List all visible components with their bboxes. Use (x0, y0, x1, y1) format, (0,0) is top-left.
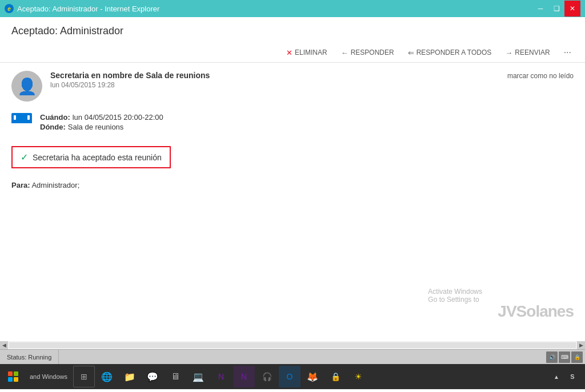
taskbar-browser-button[interactable]: 🌐 (96, 366, 118, 387)
sender-info: Secretaria en nombre de Sala de reunions… (50, 71, 499, 89)
mark-unread-button[interactable]: marcar como no leído (507, 72, 574, 80)
scrollbar-track[interactable] (9, 342, 576, 348)
email-meta: 👤 Secretaria en nombre de Sala de reunio… (0, 63, 585, 107)
donde-label: Dónde: (40, 123, 66, 131)
taskbar-onenote-button[interactable]: N (210, 366, 232, 387)
recipients: Para: Administrador; (0, 175, 585, 195)
calendar-icon (11, 113, 32, 134)
eliminar-icon: ✕ (286, 49, 292, 57)
svg-rect-5 (27, 115, 30, 120)
email-container: Aceptado: Administrador ✕ ELIMINAR ← RES… (0, 17, 585, 349)
taskbar-lock-button[interactable]: 🔒 (324, 366, 346, 387)
meeting-cuando-row: Cuándo: lun 04/05/2015 20:00-22:00 (40, 113, 163, 122)
taskbar-onenote2-button[interactable]: N (233, 366, 255, 387)
activate-windows-text: Activate Windows Go to Settings to (428, 288, 482, 304)
cuando-label: Cuándo: (40, 113, 70, 122)
taskbar-text: and Windows (25, 371, 72, 382)
taskbar-sun-button[interactable]: ☀ (347, 366, 369, 387)
accept-message: Secretaria ha aceptado esta reunión (33, 153, 162, 162)
meeting-donde-row: Dónde: Sala de reunions (40, 123, 163, 131)
taskbar-rdp-button[interactable]: 🖥 (165, 366, 186, 387)
sender-time: lun 04/05/2015 19:28 (50, 81, 499, 89)
close-button[interactable]: ✕ (564, 1, 580, 17)
para-value: Administrador; (31, 181, 79, 189)
watermark: JVSolanes (498, 302, 574, 321)
taskbar-headset-button[interactable]: 🎧 (256, 366, 278, 387)
taskbar-right: ▲ S (550, 366, 583, 387)
ie-icon: e (5, 4, 14, 13)
title-bar-title: Aceptado: Administrador - Internet Explo… (17, 5, 159, 13)
responder-todos-button[interactable]: ⇐ RESPONDER A TODOS (406, 47, 494, 58)
responder-todos-label: RESPONDER A TODOS (416, 49, 492, 56)
meeting-details: Cuándo: lun 04/05/2015 20:00-22:00 Dónde… (0, 107, 585, 139)
taskbar: and Windows ⊞ 🌐 📁 💬 🖥 💻 N N 🎧 O 🦊 🔒 ☀ ▲ … (0, 364, 585, 389)
taskbar-outlook-button[interactable]: O (279, 366, 300, 387)
donde-value: Sala de reunions (68, 123, 124, 131)
taskbar-skype-button[interactable]: 💬 (142, 366, 163, 387)
email-toolbar: ✕ ELIMINAR ← RESPONDER ⇐ RESPONDER A TOD… (0, 43, 585, 63)
accept-badge: ✓ Secretaria ha aceptado esta reunión (11, 146, 171, 168)
svg-rect-3 (14, 124, 30, 131)
responder-button[interactable]: ← RESPONDER (339, 47, 396, 58)
status-icons: 🔊 ⌨ 🔒 (546, 351, 585, 363)
taskbar-chevron-button[interactable]: ▲ (550, 366, 563, 387)
security-icon: 🔒 (571, 351, 583, 363)
meeting-info: Cuándo: lun 04/05/2015 20:00-22:00 Dónde… (40, 113, 163, 132)
taskbar-vm-button[interactable]: 💻 (187, 366, 209, 387)
windows-logo-icon (8, 371, 18, 382)
activate-line2: Go to Settings to (428, 296, 482, 304)
taskbar-firefox-button[interactable]: 🦊 (302, 366, 323, 387)
title-bar-controls: ─ ❑ ✕ (532, 1, 580, 17)
taskbar-lang-button[interactable]: S (566, 366, 579, 387)
restore-button[interactable]: ❑ (548, 1, 564, 17)
start-button[interactable] (2, 366, 24, 387)
reenviar-icon: → (505, 49, 512, 57)
status-bar: Status: Running 🔊 ⌨ 🔒 (0, 349, 585, 364)
reenviar-button[interactable]: → REENVIAR (503, 47, 552, 58)
reenviar-label: REENVIAR (515, 49, 550, 56)
more-button[interactable]: ··· (562, 46, 574, 59)
keyboard-icon: ⌨ (559, 351, 570, 363)
activate-line1: Activate Windows (428, 288, 482, 296)
responder-todos-icon: ⇐ (408, 49, 414, 57)
title-bar-left: e Aceptado: Administrador - Internet Exp… (5, 4, 159, 13)
sender-name: Secretaria en nombre de Sala de reunions (50, 71, 499, 80)
responder-label: RESPONDER (351, 49, 394, 56)
avatar-icon: 👤 (17, 77, 37, 96)
scroll-left-button[interactable]: ◀ (0, 341, 8, 349)
status-text: Status: Running (0, 350, 59, 364)
svg-rect-4 (14, 115, 16, 120)
taskbar-explorer-button[interactable]: 📁 (119, 366, 141, 387)
eliminar-button[interactable]: ✕ ELIMINAR (284, 47, 330, 58)
email-subject: Aceptado: Administrador (11, 25, 574, 37)
email-header: Aceptado: Administrador (0, 17, 585, 43)
checkmark-icon: ✓ (21, 152, 28, 163)
avatar: 👤 (11, 71, 42, 102)
eliminar-label: ELIMINAR (295, 49, 327, 56)
horizontal-scrollbar[interactable]: ◀ ▶ (0, 341, 585, 349)
para-label: Para: (11, 181, 30, 189)
minimize-button[interactable]: ─ (532, 1, 548, 17)
taskbar-split-view-button[interactable]: ⊞ (73, 366, 95, 387)
scroll-right-button[interactable]: ▶ (577, 341, 585, 349)
cuando-value: lun 04/05/2015 20:00-22:00 (73, 113, 163, 122)
speakers-icon: 🔊 (546, 351, 558, 363)
responder-icon: ← (341, 49, 348, 57)
title-bar: e Aceptado: Administrador - Internet Exp… (0, 0, 585, 17)
